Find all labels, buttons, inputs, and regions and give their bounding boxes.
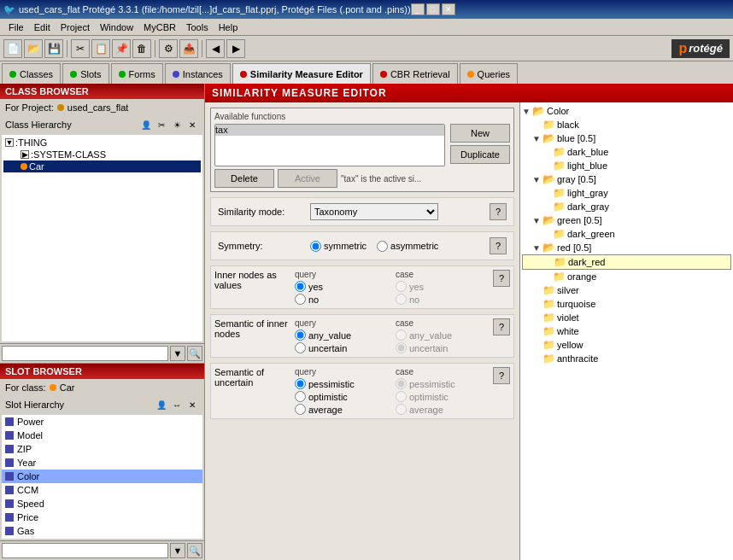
node-blue[interactable]: ▼ 📂 blue [0.5] xyxy=(522,131,731,145)
asymmetric-option[interactable]: asymmetric xyxy=(377,241,438,252)
node-anthracite[interactable]: 📁 anthracite xyxy=(522,352,731,365)
minimize-button[interactable]: _ xyxy=(411,3,425,15)
cut-button[interactable]: ✂ xyxy=(71,39,90,58)
hier-icon-expand[interactable]: ☀ xyxy=(170,118,184,131)
export-button[interactable]: 📤 xyxy=(179,39,198,58)
new-func-button[interactable]: New xyxy=(450,124,510,143)
copy-button[interactable]: 📋 xyxy=(91,39,110,58)
optimistic-query[interactable]: optimistic xyxy=(295,391,389,402)
node-black[interactable]: 📁 black xyxy=(522,118,731,131)
slot-zip[interactable]: ZIP xyxy=(2,442,202,456)
func-option-tax[interactable]: tax xyxy=(215,125,444,136)
slot-power[interactable]: Power xyxy=(2,415,202,429)
slot-speed[interactable]: Speed xyxy=(2,497,202,510)
class-search-button[interactable]: ▼ xyxy=(170,346,185,361)
node-red[interactable]: ▼ 📂 red [0.5] xyxy=(522,241,731,254)
inner-nodes-no-query[interactable]: no xyxy=(295,294,389,305)
class-search-go[interactable]: 🔍 xyxy=(187,346,202,361)
forward-button[interactable]: ▶ xyxy=(226,39,245,58)
menu-tools[interactable]: Tools xyxy=(181,20,214,34)
tab-forms[interactable]: Forms xyxy=(111,63,163,84)
tree-item-system-class[interactable]: ▶ :SYSTEM-CLASS xyxy=(3,149,201,160)
class-search-input[interactable] xyxy=(2,346,168,361)
slot-model[interactable]: Model xyxy=(2,429,202,442)
tab-cbr[interactable]: CBR Retrieval xyxy=(372,63,458,84)
delete-button[interactable]: 🗑 xyxy=(132,39,151,58)
node-turquoise[interactable]: 📁 turquoise xyxy=(522,297,731,311)
asymmetric-radio[interactable] xyxy=(377,241,388,252)
node-white[interactable]: 📁 white xyxy=(522,324,731,338)
node-orange[interactable]: 📁 orange xyxy=(522,270,731,283)
close-button[interactable]: ✕ xyxy=(442,3,455,15)
symmetric-option[interactable]: symmetric xyxy=(310,241,366,252)
slot-price[interactable]: Price xyxy=(2,510,202,524)
node-dark-gray[interactable]: 📁 dark_gray xyxy=(522,200,731,213)
tab-classes[interactable]: Classes xyxy=(2,63,61,84)
tree-item-car[interactable]: Car xyxy=(3,160,201,172)
slot-icon-add-user[interactable]: 👤 xyxy=(155,398,168,411)
class-browser: CLASS BROWSER For Project: used_cars_fla… xyxy=(0,84,204,364)
semantic-any-value-query[interactable]: any_value xyxy=(295,330,389,341)
maximize-button[interactable]: □ xyxy=(426,3,440,15)
tab-sme[interactable]: Similarity Measure Editor xyxy=(232,63,371,84)
symmetric-radio[interactable] xyxy=(310,241,321,252)
slot-search-button[interactable]: ▼ xyxy=(170,543,185,558)
hier-icon-add-user[interactable]: 👤 xyxy=(139,118,153,131)
node-light-blue[interactable]: 📁 light_blue xyxy=(522,159,731,172)
tree-item-thing[interactable]: ▼ :THING xyxy=(3,137,201,149)
tab-slots[interactable]: Slots xyxy=(62,63,108,84)
node-dark-green[interactable]: 📁 dark_green xyxy=(522,227,731,241)
symmetry-help[interactable]: ? xyxy=(490,237,507,254)
configure-button[interactable]: ⚙ xyxy=(159,39,178,58)
slot-search-go[interactable]: 🔍 xyxy=(187,543,202,558)
back-button[interactable]: ◀ xyxy=(206,39,225,58)
menu-file[interactable]: File xyxy=(3,20,29,34)
node-yellow[interactable]: 📁 yellow xyxy=(522,338,731,352)
toggle-thing[interactable]: ▼ xyxy=(5,138,14,147)
average-query[interactable]: average xyxy=(295,404,389,415)
save-button[interactable]: 💾 xyxy=(44,39,63,58)
node-light-gray[interactable]: 📁 light_gray xyxy=(522,186,731,200)
menu-edit[interactable]: Edit xyxy=(29,20,56,34)
node-dark-blue[interactable]: 📁 dark_blue xyxy=(522,145,731,159)
node-gray[interactable]: ▼ 📂 gray [0.5] xyxy=(522,172,731,186)
duplicate-button[interactable]: Duplicate xyxy=(450,145,510,164)
pessimistic-query[interactable]: pessimistic xyxy=(295,378,389,389)
tab-instances[interactable]: Instances xyxy=(165,63,231,84)
semantic-uncertain-query[interactable]: uncertain xyxy=(295,342,389,353)
open-button[interactable]: 📂 xyxy=(24,39,43,58)
slot-icon-move[interactable]: ↔ xyxy=(170,398,184,411)
paste-button[interactable]: 📌 xyxy=(112,39,131,58)
toggle-system-class[interactable]: ▶ xyxy=(21,150,29,159)
tab-queries[interactable]: Queries xyxy=(460,63,519,84)
menu-mycbr[interactable]: MyCBR xyxy=(138,20,181,34)
active-button[interactable]: Active xyxy=(278,169,337,188)
menu-help[interactable]: Help xyxy=(214,20,243,34)
slot-color[interactable]: Color xyxy=(2,470,202,483)
menu-window[interactable]: Window xyxy=(95,20,138,34)
node-dark-red[interactable]: 📁 dark_red xyxy=(522,254,731,270)
hier-icon-collapse[interactable]: ✕ xyxy=(185,118,199,131)
node-violet[interactable]: 📁 violet xyxy=(522,311,731,324)
color-expand-arrow[interactable]: ▼ xyxy=(522,107,531,116)
color-root[interactable]: ▼ 📂 Color xyxy=(522,104,731,118)
slot-search-input[interactable] xyxy=(2,543,168,558)
new-button[interactable]: 📄 xyxy=(3,39,22,58)
semantic-inner-help[interactable]: ? xyxy=(493,318,510,335)
sim-mode-select[interactable]: Taxonomy Linear Equal Table xyxy=(310,203,438,220)
menu-project[interactable]: Project xyxy=(56,20,95,34)
slot-icon-close[interactable]: ✕ xyxy=(185,398,199,411)
node-silver[interactable]: 📁 silver xyxy=(522,283,731,297)
slot-year[interactable]: Year xyxy=(2,456,202,470)
inner-nodes-yes-query[interactable]: yes xyxy=(295,281,389,292)
slot-ccm[interactable]: CCM xyxy=(2,483,202,497)
functions-listbox[interactable]: tax xyxy=(214,124,445,166)
hier-icon-remove[interactable]: ✂ xyxy=(155,118,168,131)
slot-doors[interactable]: Doors xyxy=(2,538,202,539)
semantic-uncertain-help[interactable]: ? xyxy=(493,367,510,384)
inner-nodes-help[interactable]: ? xyxy=(493,270,510,287)
slot-gas[interactable]: Gas xyxy=(2,524,202,538)
node-green[interactable]: ▼ 📂 green [0.5] xyxy=(522,213,731,227)
delete-func-button[interactable]: Delete xyxy=(214,169,274,188)
sim-mode-help[interactable]: ? xyxy=(490,203,507,220)
